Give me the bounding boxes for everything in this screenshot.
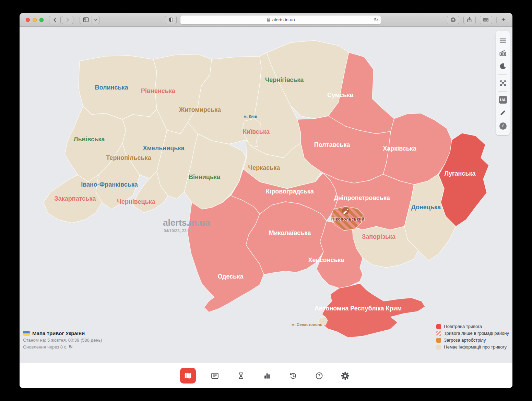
fullscreen-button[interactable]: [496, 76, 510, 90]
nav-list-button[interactable]: [208, 369, 222, 382]
forward-button[interactable]: [62, 16, 73, 24]
zoom-window-button[interactable]: [39, 18, 44, 22]
browser-window: alerts.in.ua ↻ +: [20, 13, 512, 388]
downloads-button[interactable]: [447, 16, 459, 24]
region-label-ivano_frankivsk: Івано-Франківська: [81, 181, 138, 188]
nav-stats-button[interactable]: [260, 369, 274, 382]
expand-icon: [499, 80, 507, 87]
privacy-report-button[interactable]: [165, 16, 177, 24]
svg-text:?: ?: [318, 373, 320, 378]
pencil-icon: [499, 109, 506, 116]
legend-swatch-no-info: [436, 345, 441, 350]
chevron-left-icon: [52, 17, 58, 23]
toolbar-divider: [498, 74, 507, 75]
tab-overview-button[interactable]: [480, 16, 492, 24]
nav-history-button[interactable]: [286, 369, 300, 382]
language-badge: UA: [499, 96, 507, 104]
region-label-rivne: Рівненська: [141, 87, 176, 94]
artillery-badge-icon: [342, 208, 349, 215]
region-label-odesa: Одеська: [218, 273, 244, 280]
refresh-icon[interactable]: ↻: [69, 344, 73, 350]
language-button[interactable]: UA: [496, 93, 510, 106]
legend-row: Тривога лише в громаді району: [436, 331, 509, 336]
bottom-navigation: ?: [20, 363, 512, 388]
region-label-sumy: Сумська: [327, 92, 354, 98]
region-label-poltava: Полтавська: [314, 141, 350, 148]
info-button[interactable]: i: [496, 119, 510, 132]
legend-row: Повітряна тривога: [436, 324, 509, 329]
edit-button[interactable]: [496, 106, 510, 119]
region-label-zakarpattia: Закарпатська: [55, 195, 96, 202]
chevron-down-icon: [94, 18, 98, 22]
toolbar-divider: [498, 91, 507, 92]
gear-icon: [341, 371, 350, 380]
region-label-cherkasy: Черкаська: [248, 164, 281, 171]
toolbar-separator: [496, 17, 497, 23]
map-update-line: Оновлення через 8 с.: [23, 344, 68, 350]
browser-titlebar: alerts.in.ua ↻ +: [20, 13, 512, 27]
reload-icon[interactable]: ↻: [374, 17, 378, 22]
region-label-kirovohrad: Кіровоградська: [266, 188, 314, 195]
hamburger-icon: [499, 37, 507, 43]
region-label-volyn: Волинська: [95, 84, 128, 91]
sidebar-icon: [83, 16, 89, 23]
region-label-kyiv_obl: Київська: [243, 128, 270, 135]
minimize-window-button[interactable]: [33, 18, 37, 22]
lock-icon: [267, 17, 270, 22]
region-label-chernihiv: Чернігівська: [265, 76, 304, 83]
region-label-khmelnytskyi: Хмельницька: [143, 145, 185, 152]
map-side-toolbar: UA i: [496, 31, 510, 135]
legend-swatch-artillery: [436, 338, 441, 343]
ukraine-flag-icon: [23, 331, 30, 336]
shield-icon: [168, 17, 174, 23]
nav-map-button[interactable]: [180, 368, 196, 384]
nav-settings-button[interactable]: [339, 369, 352, 382]
svg-text:04/10/23, 23:39: 04/10/23, 23:39: [164, 228, 192, 233]
bar-chart-icon: [263, 371, 271, 380]
legend-swatch-air-alert: [436, 324, 441, 329]
map-title: Мапа тривог України: [32, 330, 85, 336]
back-button[interactable]: [49, 16, 61, 24]
region-label-mykolaiv: Миколаївська: [269, 229, 311, 236]
region-label-vinnytsia: Вінницька: [189, 174, 221, 180]
hourglass-icon: [237, 371, 245, 380]
window-controls: [26, 18, 44, 22]
url-text: alerts.in.ua: [272, 17, 295, 22]
address-bar[interactable]: alerts.in.ua ↻: [180, 15, 381, 25]
chevron-right-icon: [64, 17, 71, 23]
city-label-kyiv_city: м. Київ: [244, 114, 257, 118]
map-legend: Повітряна тривога Тривога лише в громаді…: [436, 324, 509, 350]
region-label-lviv: Львівська: [74, 136, 105, 143]
new-tab-button[interactable]: +: [501, 16, 508, 24]
region-label-kharkiv: Харківська: [383, 145, 417, 152]
list-icon: [211, 371, 219, 380]
region-label-ternopil: Тернопільська: [106, 154, 151, 161]
sidebar-dropdown-button[interactable]: [92, 16, 99, 24]
share-button[interactable]: [463, 16, 476, 24]
download-icon: [450, 16, 457, 23]
city-label-sevastopol: м. Севастополь: [292, 322, 322, 327]
region-label-crimea: Автономна Республіка Крим: [315, 305, 402, 312]
tab-grid-icon: [483, 16, 489, 23]
map-info-block: Мапа тривог України Станом на: 5 жовтня,…: [23, 330, 102, 350]
region-label-dnipro: Дніпропетровська: [334, 194, 390, 201]
region-label-kherson: Херсонська: [308, 257, 345, 263]
region-label-zaporizhzhia: Запорізька: [362, 233, 396, 240]
sidebar-toggle-button[interactable]: [80, 16, 92, 24]
region-label-donetsk: Донецька: [411, 204, 441, 211]
dark-mode-button[interactable]: [496, 60, 510, 73]
radio-button[interactable]: [496, 47, 510, 60]
close-window-button[interactable]: [26, 18, 30, 22]
radio-icon: [499, 49, 507, 57]
page-content: ВолинськаРівненськаЖитомирськаЧернігівсь…: [20, 27, 512, 388]
map-icon: [184, 371, 192, 380]
district-label-nikopol: Нікопольський: [331, 216, 365, 222]
nav-timer-button[interactable]: [234, 369, 248, 382]
menu-button[interactable]: [496, 34, 510, 47]
nav-help-button[interactable]: ?: [312, 369, 326, 382]
share-icon: [466, 16, 473, 23]
legend-row: Немає інформації про тривогу: [436, 344, 509, 350]
region-label-luhansk: Луганська: [444, 170, 476, 177]
map-status-line: Станом на: 5 жовтня, 00:39 (588 день): [23, 338, 102, 343]
svg-text:alerts.in.ua: alerts.in.ua: [163, 217, 210, 228]
